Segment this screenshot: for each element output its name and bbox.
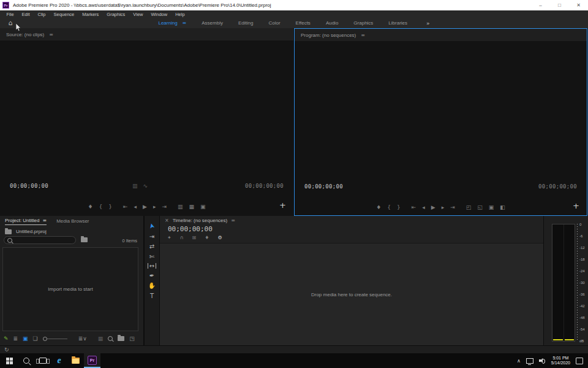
taskbar-search-button[interactable] bbox=[18, 353, 34, 368]
timeline-track-area[interactable]: Drop media here to create sequence. bbox=[160, 243, 543, 345]
menu-clip[interactable]: Clip bbox=[34, 12, 50, 17]
network-icon[interactable] bbox=[526, 358, 533, 364]
workspace-tab-menu-icon[interactable]: ≡ bbox=[183, 20, 187, 26]
file-explorer-button[interactable] bbox=[67, 353, 84, 368]
source-button-editor-add-button[interactable]: + bbox=[279, 201, 286, 210]
step-back-button[interactable]: ◂ bbox=[422, 204, 425, 211]
project-panel-menu-icon[interactable]: ≡ bbox=[42, 218, 47, 223]
step-back-button[interactable]: ◂ bbox=[134, 203, 137, 210]
timeline-settings-wrench-button[interactable]: ⚙ bbox=[217, 235, 222, 240]
workspace-tab-editing[interactable]: Editing bbox=[238, 20, 253, 26]
menu-graphics[interactable]: Graphics bbox=[103, 12, 129, 17]
menu-window[interactable]: Window bbox=[147, 12, 172, 17]
timeline-panel-menu-icon[interactable]: ≡ bbox=[231, 218, 235, 223]
maximize-button[interactable]: □ bbox=[550, 0, 569, 10]
timeline-tab[interactable]: × Timeline: (no sequences) ≡ bbox=[165, 216, 235, 225]
menu-sequence[interactable]: Sequence bbox=[50, 12, 78, 17]
taskbar-clock[interactable]: 5:01 PM 5/14/2020 bbox=[551, 356, 570, 366]
workspace-tab-graphics[interactable]: Graphics bbox=[353, 20, 373, 26]
comparison-view-button[interactable]: ◧ bbox=[500, 204, 505, 211]
mark-out-button[interactable]: } bbox=[397, 204, 401, 211]
zoom-slider[interactable] bbox=[43, 337, 67, 341]
source-monitor-title[interactable]: Source: (no clips) bbox=[6, 32, 44, 37]
menu-markers[interactable]: Markers bbox=[78, 12, 103, 17]
menu-help[interactable]: Help bbox=[172, 12, 189, 17]
drag-video-only-icon[interactable]: ▥ bbox=[132, 182, 138, 190]
action-center-icon[interactable] bbox=[576, 358, 583, 364]
step-forward-button[interactable]: ▸ bbox=[153, 203, 156, 210]
insert-overwrite-nest-toggle[interactable]: ✦ bbox=[167, 235, 172, 240]
menu-edit[interactable]: Edit bbox=[18, 12, 34, 17]
tab-media-browser[interactable]: Media Browser bbox=[56, 218, 89, 224]
go-to-in-button[interactable]: ⇤ bbox=[123, 203, 128, 210]
menu-view[interactable]: View bbox=[129, 12, 147, 17]
timeline-close-icon[interactable]: × bbox=[165, 218, 169, 223]
task-view-button[interactable] bbox=[34, 353, 51, 368]
close-button[interactable]: ✕ bbox=[569, 0, 588, 10]
add-marker-button[interactable]: ♦ bbox=[205, 235, 209, 240]
workspace-tab-color[interactable]: Color bbox=[268, 20, 280, 26]
workspace-tab-audio[interactable]: Audio bbox=[326, 20, 338, 26]
go-to-in-button[interactable]: ⇤ bbox=[412, 204, 417, 211]
play-button[interactable]: ▶ bbox=[431, 204, 435, 211]
insert-button[interactable]: ▥ bbox=[178, 203, 183, 210]
play-button[interactable]: ▶ bbox=[143, 203, 147, 210]
tab-project[interactable]: Project: Untitled ≡ bbox=[5, 218, 47, 225]
search-bin-folder-icon[interactable] bbox=[81, 237, 88, 242]
source-panel-menu-icon[interactable]: ≡ bbox=[49, 32, 53, 37]
razor-tool[interactable]: ✄ bbox=[147, 253, 157, 260]
add-marker-button[interactable]: ♦ bbox=[376, 204, 381, 211]
project-search-input[interactable] bbox=[4, 236, 76, 244]
menu-file[interactable]: File bbox=[2, 12, 18, 17]
add-marker-button[interactable]: ♦ bbox=[88, 203, 92, 210]
program-position-timecode[interactable]: 00;00;00;00 bbox=[304, 183, 343, 190]
slip-tool[interactable]: ↔ bbox=[148, 263, 156, 269]
workspace-overflow-chevron[interactable]: » bbox=[426, 20, 430, 26]
new-bin-button[interactable] bbox=[118, 336, 124, 341]
overwrite-button[interactable]: ▦ bbox=[189, 203, 195, 210]
minimize-button[interactable]: – bbox=[531, 0, 550, 10]
list-view-button[interactable]: ≣ bbox=[13, 335, 18, 342]
export-frame-button[interactable]: ▣ bbox=[200, 203, 206, 210]
mark-out-button[interactable]: } bbox=[108, 203, 112, 210]
workspace-tab-assembly[interactable]: Assembly bbox=[202, 20, 223, 26]
program-button-editor-add-button[interactable]: + bbox=[573, 201, 579, 210]
program-panel-menu-icon[interactable]: ≡ bbox=[361, 33, 365, 38]
linked-selection-toggle[interactable]: ⊞ bbox=[192, 235, 197, 240]
export-frame-button[interactable]: ▣ bbox=[489, 204, 494, 211]
track-select-forward-tool[interactable]: ⇥ bbox=[147, 233, 157, 240]
automate-to-sequence-button[interactable]: ▦ bbox=[98, 335, 104, 342]
ripple-edit-tool[interactable]: ⇄ bbox=[147, 243, 157, 250]
extract-button[interactable]: ◱ bbox=[477, 204, 483, 211]
project-media-area[interactable]: Import media to start bbox=[2, 247, 138, 331]
find-button[interactable] bbox=[108, 336, 113, 341]
pen-tool[interactable]: ✒ bbox=[147, 272, 157, 279]
source-position-timecode[interactable]: 00;00;00;00 bbox=[10, 183, 48, 189]
go-to-out-button[interactable]: ⇥ bbox=[162, 203, 167, 210]
selection-tool[interactable]: ➤ bbox=[148, 220, 157, 231]
timeline-playhead-timecode[interactable]: 00;00;00;00 bbox=[168, 225, 213, 233]
speaker-icon[interactable] bbox=[539, 358, 546, 364]
project-writable-indicator[interactable]: ✎ bbox=[4, 335, 9, 342]
start-button[interactable] bbox=[1, 353, 18, 368]
snap-toggle[interactable]: ∩ bbox=[180, 235, 184, 240]
cc-sync-icon[interactable]: ↻ bbox=[4, 347, 9, 353]
program-monitor-title[interactable]: Program: (no sequences) bbox=[301, 33, 356, 38]
workspace-tab-libraries[interactable]: Libraries bbox=[388, 20, 407, 26]
project-bin-row[interactable]: Untitled.prproj bbox=[5, 229, 47, 234]
icon-view-button[interactable]: ▣ bbox=[23, 335, 28, 342]
workspace-tab-learning[interactable]: Learning bbox=[158, 20, 177, 26]
lift-button[interactable]: ◰ bbox=[466, 204, 472, 211]
new-item-button[interactable]: ◳ bbox=[129, 335, 135, 342]
mark-in-button[interactable]: { bbox=[99, 203, 102, 210]
sort-icons-button[interactable]: ≣∨ bbox=[78, 335, 87, 342]
go-to-out-button[interactable]: ⇥ bbox=[450, 204, 455, 211]
drag-audio-only-icon[interactable]: ∿ bbox=[143, 182, 148, 190]
freeform-view-button[interactable]: ❏ bbox=[33, 335, 38, 342]
internet-explorer-button[interactable]: e bbox=[51, 353, 67, 368]
step-forward-button[interactable]: ▸ bbox=[442, 204, 445, 211]
tray-overflow-chevron-icon[interactable]: ∧ bbox=[517, 358, 521, 364]
workspace-tab-effects[interactable]: Effects bbox=[296, 20, 311, 26]
type-tool[interactable]: T bbox=[147, 293, 157, 299]
hand-tool[interactable]: ✋ bbox=[147, 282, 157, 289]
